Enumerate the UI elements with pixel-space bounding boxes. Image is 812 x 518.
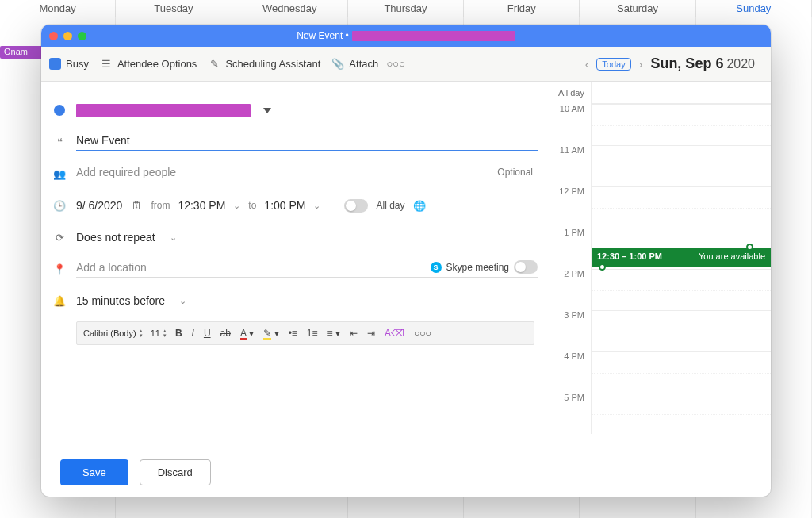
- week-header: Monday Tuesday Wednesday Thursday Friday…: [0, 0, 812, 17]
- bell-icon: 🔔: [52, 295, 67, 307]
- time-slot[interactable]: [591, 393, 771, 434]
- align-button[interactable]: ≡ ▾: [324, 325, 344, 341]
- indent-button[interactable]: ⇥: [363, 325, 379, 341]
- skype-meeting-toggle[interactable]: [514, 260, 538, 274]
- all-day-toggle[interactable]: [344, 199, 368, 213]
- event-form: ❝ New Event 👥 Add required people Option…: [41, 82, 546, 497]
- title-icon: ❝: [52, 136, 67, 148]
- today-button[interactable]: Today: [596, 58, 630, 71]
- scheduling-assistant-button[interactable]: ✎ Scheduling Assistant: [208, 58, 320, 71]
- rich-text-toolbar: Calibri (Body)▴▾ 11▴▾ B I U ab A ▾ ✎ ▾ •…: [76, 321, 534, 345]
- day-tue[interactable]: Tuesday: [116, 0, 232, 17]
- italic-button[interactable]: I: [188, 325, 198, 341]
- highlight-button[interactable]: ✎ ▾: [259, 325, 282, 341]
- maximize-icon[interactable]: [78, 32, 86, 40]
- event-body-textarea[interactable]: [52, 345, 538, 448]
- start-time-chevron-icon[interactable]: ⌄: [233, 201, 240, 211]
- all-day-label: All day: [376, 200, 404, 211]
- hour-label: 10 AM: [546, 104, 591, 145]
- font-size-select[interactable]: 11▴▾: [147, 327, 170, 340]
- close-icon[interactable]: [49, 32, 58, 40]
- titlebar: New Event •: [41, 25, 771, 47]
- hour-label: 3 PM: [546, 310, 591, 351]
- calendar-picker-icon[interactable]: 🗓: [130, 199, 143, 212]
- repeat-icon: ⟳: [52, 232, 67, 244]
- event-title-input[interactable]: New Event: [76, 134, 538, 147]
- attach-button[interactable]: 📎 Attach: [331, 58, 378, 71]
- day-preview: All day 10 AM 11 AM 12 PM 1 PM 2 PM 3 PM…: [546, 82, 771, 497]
- hour-label: 4 PM: [546, 351, 591, 393]
- time-slot[interactable]: [591, 186, 771, 228]
- outdent-button[interactable]: ⇤: [346, 325, 362, 341]
- busy-status-button[interactable]: Busy: [49, 58, 89, 70]
- repeat-chevron-icon[interactable]: ⌄: [170, 232, 177, 243]
- time-slot[interactable]: [591, 145, 771, 186]
- discard-button[interactable]: Discard: [140, 459, 211, 485]
- bullets-button[interactable]: •≡: [285, 325, 301, 341]
- scheduling-assistant-icon: ✎: [208, 58, 220, 71]
- to-label: to: [248, 200, 256, 211]
- hour-label: 2 PM: [546, 269, 591, 310]
- toolbar-overflow-button[interactable]: ○○○: [389, 58, 402, 71]
- required-people-input[interactable]: Add required people: [76, 166, 176, 178]
- reminder-chevron-icon[interactable]: ⌄: [179, 296, 186, 306]
- date-display: Sun, Sep 62020: [650, 56, 755, 72]
- day-sat[interactable]: Saturday: [580, 0, 695, 17]
- ellipsis-icon: ○○○: [389, 58, 402, 71]
- day-mon[interactable]: Monday: [0, 0, 116, 17]
- time-slot[interactable]: [591, 351, 771, 393]
- optional-people-button[interactable]: Optional: [497, 167, 538, 178]
- all-day-label: All day: [546, 82, 591, 104]
- day-fri[interactable]: Friday: [464, 0, 580, 17]
- calendar-name-redacted: [76, 104, 251, 117]
- timezone-icon[interactable]: 🌐: [413, 199, 426, 212]
- minimize-icon[interactable]: [63, 32, 72, 40]
- window-title-redacted: [352, 31, 515, 41]
- window-title: New Event •: [297, 30, 349, 41]
- day-thu[interactable]: Thursday: [348, 0, 464, 17]
- event-resize-handle-top[interactable]: [746, 244, 753, 251]
- prev-day-button[interactable]: ‹: [584, 58, 591, 71]
- font-color-button[interactable]: A ▾: [236, 325, 258, 341]
- font-family-select[interactable]: Calibri (Body)▴▾: [80, 327, 146, 340]
- calendar-select-chevron-icon[interactable]: [263, 108, 271, 113]
- paperclip-icon: 📎: [331, 58, 344, 71]
- start-time-input[interactable]: 12:30 PM: [178, 199, 225, 212]
- hour-label: 11 AM: [546, 145, 591, 186]
- time-slot[interactable]: [591, 104, 771, 145]
- event-resize-handle-bottom[interactable]: [599, 263, 606, 271]
- strikethrough-button[interactable]: ab: [216, 325, 235, 341]
- day-sun[interactable]: Sunday: [696, 0, 812, 17]
- preview-event[interactable]: 12:30 – 1:00 PM You are available: [592, 248, 771, 267]
- next-day-button[interactable]: ›: [638, 58, 645, 71]
- hour-label: 12 PM: [546, 186, 591, 228]
- underline-button[interactable]: U: [200, 325, 215, 341]
- repeat-select[interactable]: Does not repeat: [76, 231, 155, 244]
- day-wed[interactable]: Wednesday: [232, 0, 348, 17]
- bold-button[interactable]: B: [171, 325, 186, 341]
- calendar-color-dot-icon[interactable]: [54, 105, 65, 116]
- end-time-chevron-icon[interactable]: ⌄: [313, 201, 320, 211]
- clear-formatting-button[interactable]: A⌫: [381, 325, 408, 341]
- reminder-select[interactable]: 15 minutes before: [76, 294, 165, 307]
- busy-color-icon: [49, 58, 61, 70]
- rte-overflow-button[interactable]: ○○○: [410, 325, 435, 341]
- preview-event-time: 12:30 – 1:00 PM: [597, 251, 662, 264]
- location-icon: 📍: [52, 263, 67, 275]
- clock-icon: 🕒: [52, 200, 67, 212]
- numbering-button[interactable]: 1≡: [303, 325, 322, 341]
- time-slot[interactable]: [591, 310, 771, 351]
- save-button[interactable]: Save: [60, 459, 128, 485]
- hour-label: 5 PM: [546, 393, 591, 434]
- people-icon: 👥: [52, 168, 67, 180]
- time-slot[interactable]: [591, 269, 771, 310]
- all-day-slot[interactable]: [591, 82, 771, 104]
- attendee-options-button[interactable]: ☰ Attendee Options: [100, 58, 197, 71]
- skype-icon: S: [431, 262, 442, 273]
- location-input[interactable]: Add a location: [76, 261, 147, 274]
- skype-meeting-label: Skype meeting: [446, 262, 509, 273]
- hour-label: 1 PM: [546, 228, 591, 269]
- end-time-input[interactable]: 1:00 PM: [264, 199, 305, 212]
- date-input[interactable]: 9/ 6/2020: [76, 199, 122, 212]
- preview-event-status: You are available: [699, 251, 765, 264]
